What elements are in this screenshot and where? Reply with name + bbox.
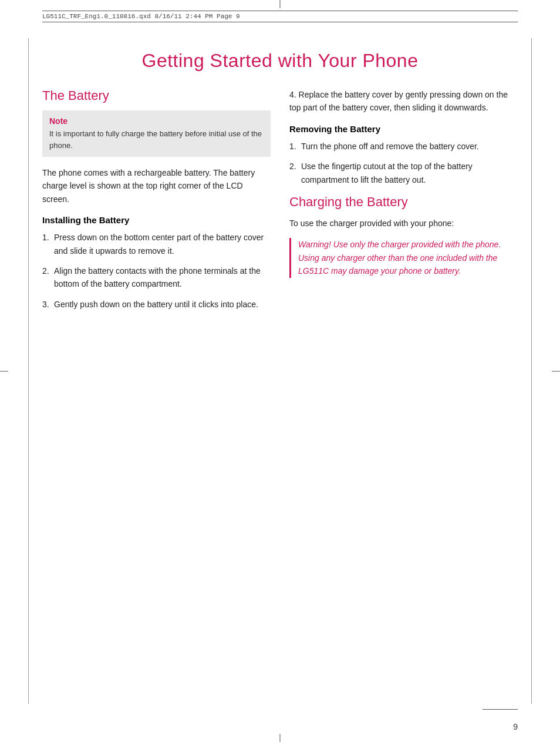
step-text: Turn the phone off and remove the batter… — [301, 140, 518, 153]
note-box: Note It is important to fully charge the… — [42, 110, 271, 157]
battery-intro: The phone comes with a rechargeable batt… — [42, 166, 271, 206]
charging-heading: Charging the Battery — [289, 194, 518, 210]
step-text: Gently push down on the battery until it… — [54, 298, 271, 311]
warning-box: Warning! Use only the charger provided w… — [289, 238, 518, 277]
step-text: Press down on the bottom center part of … — [54, 231, 271, 257]
step-text: Align the battery contacts with the phon… — [54, 264, 271, 291]
step-num: 2. — [289, 160, 296, 173]
side-line-left — [28, 38, 29, 704]
step-num: 1. — [42, 231, 49, 244]
installing-steps-list: 1. Press down on the bottom center part … — [42, 231, 271, 311]
crop-mark-left — [0, 371, 8, 371]
list-item: 2. Align the battery contacts with the p… — [42, 264, 271, 291]
step-num: 3. — [42, 298, 49, 311]
right-column: 4. Replace the battery cover by gently p… — [289, 88, 518, 319]
bottom-rule — [483, 709, 518, 710]
step-num: 1. — [289, 140, 296, 153]
file-info-text: LG511C_TRF_Eng1.0_110816.qxd 8/16/11 2:4… — [42, 13, 240, 20]
main-content: Getting Started with Your Phone The Batt… — [42, 38, 518, 689]
the-battery-heading: The Battery — [42, 88, 271, 103]
note-label: Note — [49, 116, 264, 126]
step4-text: 4. Replace the battery cover by gently p… — [289, 88, 518, 115]
page-title: Getting Started with Your Phone — [42, 50, 518, 72]
installing-heading: Installing the Battery — [42, 215, 271, 225]
page-number: 9 — [513, 722, 518, 731]
crop-mark-right — [552, 371, 560, 371]
list-item: 1. Press down on the bottom center part … — [42, 231, 271, 257]
list-item: 2. Use the fingertip cutout at the top o… — [289, 160, 518, 186]
left-column: The Battery Note It is important to full… — [42, 88, 271, 319]
page-container: LG511C_TRF_Eng1.0_110816.qxd 8/16/11 2:4… — [0, 0, 560, 742]
side-line-right — [531, 38, 532, 704]
step-text: Use the fingertip cutout at the top of t… — [301, 160, 518, 186]
file-info-header: LG511C_TRF_Eng1.0_110816.qxd 8/16/11 2:4… — [42, 11, 518, 22]
list-item: 3. Gently push down on the battery until… — [42, 298, 271, 311]
two-column-layout: The Battery Note It is important to full… — [42, 88, 518, 319]
removing-steps-list: 1. Turn the phone off and remove the bat… — [289, 140, 518, 186]
list-item: 1. Turn the phone off and remove the bat… — [289, 140, 518, 153]
charging-intro: To use the charger provided with your ph… — [289, 217, 518, 230]
note-text: It is important to fully charge the batt… — [49, 128, 264, 151]
crop-mark-top — [280, 0, 281, 8]
removing-heading: Removing the Battery — [289, 124, 518, 134]
crop-mark-bottom — [280, 734, 281, 742]
warning-text: Warning! Use only the charger provided w… — [298, 238, 518, 277]
step-num: 2. — [42, 264, 49, 277]
